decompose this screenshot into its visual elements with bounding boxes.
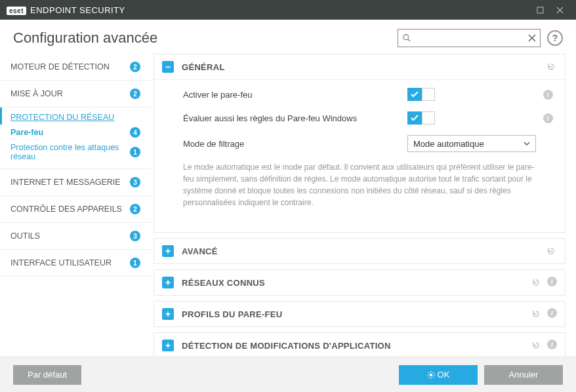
brand-logo: eset — [7, 7, 26, 15]
expand-icon: + — [162, 245, 174, 257]
help-button[interactable]: ? — [547, 30, 563, 46]
sidebar-sub-network-attack[interactable]: Protection contre les attaques réseau 1 — [0, 140, 151, 164]
search-input[interactable] — [411, 33, 528, 43]
badge: 3 — [130, 177, 140, 187]
info-icon[interactable]: i — [547, 308, 557, 318]
content: − GÉNÉRAL Activer le pare-feu i — [151, 54, 576, 357]
filter-mode-description: Le mode automatique est le mode par défa… — [154, 157, 565, 212]
sidebar: MOTEUR DE DÉTECTION 2 MISE À JOUR 2 PROT… — [0, 54, 151, 357]
badge: 4 — [130, 127, 140, 138]
ok-button[interactable]: OK — [399, 365, 478, 385]
clear-search-icon[interactable] — [528, 34, 536, 42]
svg-point-7 — [429, 373, 432, 376]
panel-header-app-modification[interactable]: + DÉTECTION DE MODIFICATIONS D'APPLICATI… — [154, 333, 565, 357]
brand-text: ENDPOINT SECURITY — [30, 5, 125, 15]
cancel-button[interactable]: Annuler — [484, 365, 563, 385]
row-label: Activer le pare-feu — [183, 90, 407, 100]
info-icon[interactable]: i — [547, 277, 557, 286]
sun-icon — [427, 371, 435, 379]
panel-header-general[interactable]: − GÉNÉRAL — [154, 54, 565, 80]
check-icon — [407, 88, 422, 101]
select-value: Mode automatique — [413, 139, 524, 149]
sidebar-item-tools[interactable]: OUTILS 3 — [0, 223, 151, 250]
svg-line-12 — [428, 372, 429, 373]
page-title: Configuration avancée — [13, 29, 398, 47]
sidebar-item-label: MOTEUR DE DÉTECTION — [10, 62, 126, 71]
panel-body-general: Activer le pare-feu i Évaluer aussi les … — [154, 80, 565, 232]
sidebar-item-ui[interactable]: INTERFACE UTILISATEUR 1 — [0, 250, 151, 277]
svg-line-14 — [428, 376, 429, 377]
panel-app-modification: + DÉTECTION DE MODIFICATIONS D'APPLICATI… — [154, 332, 566, 357]
panel-title: GÉNÉRAL — [182, 62, 545, 72]
badge: 2 — [130, 62, 140, 72]
panel-title: AVANCÉ — [182, 246, 545, 256]
badge: 1 — [130, 258, 140, 268]
sidebar-item-label: INTERFACE UTILISATEUR — [10, 258, 126, 267]
badge: 3 — [130, 231, 140, 241]
brand: esetENDPOINT SECURITY — [7, 5, 125, 15]
sidebar-item-label: INTERNET ET MESSAGERIE — [10, 178, 126, 187]
sidebar-item-device-control[interactable]: CONTRÔLE DES APPAREILS 2 — [0, 196, 151, 223]
row-filter-mode: Mode de filtrage Mode automatique — [154, 130, 565, 157]
revert-icon[interactable] — [545, 245, 557, 257]
panel-title: RÉSEAUX CONNUS — [182, 278, 530, 288]
row-label: Mode de filtrage — [183, 139, 407, 149]
expand-icon: + — [162, 340, 174, 351]
maximize-icon — [537, 7, 544, 14]
panel-header-advanced[interactable]: + AVANCÉ — [154, 239, 565, 264]
select-filter-mode[interactable]: Mode automatique — [407, 135, 536, 152]
info-icon[interactable]: i — [547, 340, 557, 349]
chevron-down-icon — [524, 142, 530, 146]
window-maximize-button[interactable] — [530, 0, 550, 20]
sidebar-item-label: MISE À JOUR — [10, 89, 126, 98]
panel-title: PROFILS DU PARE-FEU — [182, 309, 530, 319]
sidebar-item-internet-email[interactable]: INTERNET ET MESSAGERIE 3 — [0, 169, 151, 196]
row-enable-firewall: Activer le pare-feu i — [154, 83, 565, 106]
toggle-enable-firewall[interactable] — [407, 88, 435, 101]
titlebar: esetENDPOINT SECURITY — [0, 0, 576, 20]
sidebar-sub-firewall[interactable]: Pare-feu 4 — [0, 125, 151, 140]
sidebar-sub-label: Protection contre les attaques réseau — [10, 143, 126, 161]
panel-header-known-networks[interactable]: + RÉSEAUX CONNUS i — [154, 270, 565, 295]
svg-line-4 — [408, 39, 411, 42]
expand-icon: + — [162, 308, 174, 320]
main: MOTEUR DE DÉTECTION 2 MISE À JOUR 2 PROT… — [0, 54, 576, 357]
panel-firewall-profiles: + PROFILS DU PARE-FEU i — [154, 301, 566, 327]
panel-title: DÉTECTION DE MODIFICATIONS D'APPLICATION — [182, 341, 530, 351]
panel-advanced: + AVANCÉ — [154, 238, 566, 264]
sidebar-sub-label: Pare-feu — [10, 128, 126, 137]
info-icon[interactable]: i — [543, 90, 553, 100]
row-label: Évaluer aussi les règles du Pare-feu Win… — [183, 113, 407, 123]
revert-icon[interactable] — [545, 61, 557, 73]
close-icon — [556, 7, 564, 14]
info-icon[interactable]: i — [543, 113, 553, 123]
header: Configuration avancée ? — [0, 20, 576, 54]
row-eval-windows-rules: Évaluer aussi les règles du Pare-feu Win… — [154, 106, 565, 130]
check-icon — [407, 111, 422, 125]
badge: 2 — [130, 204, 140, 214]
badge: 2 — [130, 88, 140, 99]
sidebar-item-detection-engine[interactable]: MOTEUR DE DÉTECTION 2 — [0, 54, 151, 81]
revert-icon[interactable] — [530, 277, 542, 288]
badge: 1 — [130, 147, 140, 157]
svg-point-3 — [403, 35, 409, 40]
svg-line-15 — [432, 372, 433, 373]
panel-known-networks: + RÉSEAUX CONNUS i — [154, 269, 566, 296]
default-button[interactable]: Par défaut — [13, 365, 81, 385]
svg-line-13 — [432, 376, 433, 377]
toggle-eval-windows-rules[interactable] — [407, 111, 435, 125]
ok-label: OK — [438, 370, 450, 380]
sidebar-item-label: PROTECTION DU RÉSEAU — [10, 113, 140, 122]
sidebar-item-update[interactable]: MISE À JOUR 2 — [0, 81, 151, 108]
sidebar-item-label: CONTRÔLE DES APPAREILS — [10, 205, 126, 214]
panel-header-firewall-profiles[interactable]: + PROFILS DU PARE-FEU i — [154, 302, 565, 326]
sidebar-item-network-protection[interactable]: PROTECTION DU RÉSEAU — [0, 108, 151, 125]
search-box[interactable] — [398, 29, 541, 47]
panel-general: − GÉNÉRAL Activer le pare-feu i — [154, 54, 566, 233]
expand-icon: + — [162, 277, 174, 288]
search-icon — [402, 33, 411, 43]
svg-rect-0 — [537, 7, 543, 13]
revert-icon[interactable] — [530, 340, 542, 351]
revert-icon[interactable] — [530, 308, 542, 320]
window-close-button[interactable] — [550, 0, 569, 20]
